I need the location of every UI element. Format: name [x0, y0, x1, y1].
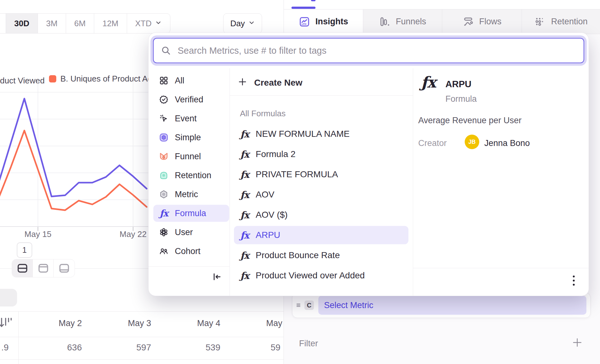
- formula-item-product-viewed-over-added[interactable]: ƒxProduct Viewed over Added: [234, 266, 408, 285]
- date-range-6m[interactable]: 6M: [66, 14, 94, 33]
- formula-item-private-formula[interactable]: ƒxPRIVATE FORMULA: [234, 165, 408, 184]
- formula-label: Product Viewed over Added: [256, 270, 365, 281]
- formula-icon: ƒx: [240, 129, 249, 140]
- formula-item-arpu[interactable]: ƒxARPU: [234, 226, 408, 244]
- tab-retention[interactable]: Retention: [522, 9, 600, 34]
- formula-item-formula-2[interactable]: ƒxFormula 2: [234, 145, 408, 163]
- date-range-30d[interactable]: 30D: [6, 14, 38, 33]
- grid-icon: [158, 76, 169, 85]
- detail-footer-divider: [413, 268, 589, 268]
- metric-search: [153, 38, 584, 63]
- layout-top-toggle[interactable]: [33, 259, 54, 277]
- chevron-down-icon: [155, 19, 162, 28]
- formula-label: NEW FORMULA NAME: [256, 129, 350, 139]
- date-range-label: XTD: [135, 19, 152, 28]
- report-type-tabs: InsightsFunnelsFlowsRetention: [284, 9, 600, 34]
- create-new-label: Create New: [254, 78, 303, 88]
- layout-split-toggle[interactable]: [12, 259, 33, 277]
- category-retention[interactable]: Retention: [153, 167, 229, 184]
- tab-insights[interactable]: Insights: [284, 9, 363, 34]
- table-header-cell: May 3: [88, 318, 151, 329]
- formula-icon: ƒx: [240, 169, 249, 180]
- category-label: Funnel: [175, 152, 201, 161]
- date-range-label: 3M: [46, 19, 58, 28]
- popup-column-divider: [413, 68, 413, 296]
- table-value-cell: 539: [157, 343, 220, 353]
- clause-letter-badge: C: [304, 300, 314, 310]
- tab-label: Flows: [479, 17, 502, 27]
- create-new-divider: [230, 95, 413, 96]
- category-metric[interactable]: Metric: [153, 186, 229, 203]
- category-funnel[interactable]: Funnel: [153, 148, 229, 165]
- x-tick-label: May 22: [119, 229, 146, 239]
- verified-icon: [158, 95, 169, 104]
- category-all[interactable]: All: [153, 72, 229, 89]
- tab-label: Insights: [315, 17, 348, 27]
- layout-toggle-group[interactable]: [12, 259, 75, 277]
- add-filter-button[interactable]: [572, 337, 583, 349]
- date-range-partial-segment[interactable]: [0, 14, 6, 33]
- date-range-segmented-control[interactable]: 30D3M6M12MXTD: [0, 13, 170, 33]
- category-label: User: [175, 228, 193, 237]
- category-label: Cohort: [175, 246, 200, 256]
- granularity-dropdown[interactable]: Day: [223, 13, 262, 33]
- date-range-xtd[interactable]: XTD: [127, 14, 170, 33]
- formula-item-new-formula-name[interactable]: ƒxNEW FORMULA NAME: [234, 125, 408, 143]
- date-range-label: 6M: [74, 19, 86, 28]
- detail-metric-name: ARPU: [445, 79, 471, 89]
- category-label: Retention: [175, 171, 211, 180]
- x-tick-label: May 15: [24, 229, 51, 239]
- layout-split-icon: [17, 263, 28, 274]
- metric-picker-popup: AllVerifiedEventSimpleFunnelRetentionMet…: [149, 33, 589, 296]
- sort-descending-icon[interactable]: [0, 316, 12, 331]
- insights-icon: [299, 16, 310, 27]
- formula-label: Product Bounce Rate: [256, 250, 340, 260]
- category-formula[interactable]: ƒxFormula: [153, 205, 229, 222]
- category-event[interactable]: Event: [153, 110, 229, 127]
- formula-label: ARPU: [256, 230, 280, 240]
- category-user[interactable]: User: [153, 224, 229, 241]
- date-range-label: 12M: [102, 19, 119, 28]
- create-new-button[interactable]: Create New: [238, 74, 303, 92]
- user-icon: [158, 228, 169, 237]
- table-header-border: [0, 337, 284, 337]
- retention-badge-icon: [158, 171, 169, 180]
- formula-icon: ƒx: [421, 73, 435, 91]
- category-simple[interactable]: Simple: [153, 129, 229, 146]
- search-icon: [161, 45, 171, 57]
- category-cohort[interactable]: Cohort: [153, 243, 229, 260]
- formula-section-label: All Formulas: [240, 109, 285, 118]
- funnels-icon: [379, 16, 390, 27]
- collapse-sidebar-icon[interactable]: [212, 272, 222, 283]
- simple-icon: [158, 133, 169, 142]
- select-metric-button[interactable]: Select Metric: [318, 296, 586, 315]
- category-verified[interactable]: Verified: [153, 91, 229, 108]
- metric-clause-card[interactable]: C Select Metric: [292, 293, 591, 318]
- retention-icon: [534, 16, 546, 27]
- category-label: Formula: [175, 209, 206, 218]
- creator-name: Jenna Bono: [484, 138, 530, 148]
- formula-icon: ƒx: [240, 149, 249, 160]
- event-icon: [158, 114, 169, 123]
- avatar: JB: [465, 135, 479, 149]
- chevron-down-icon: [248, 19, 255, 28]
- series-line-a: [0, 99, 147, 197]
- pagination-page-button[interactable]: 1: [17, 242, 32, 258]
- drag-handle-icon[interactable]: [296, 302, 301, 308]
- kebab-menu-icon[interactable]: [571, 274, 577, 288]
- category-label: Verified: [175, 95, 203, 105]
- layout-bottom-toggle[interactable]: [54, 259, 75, 277]
- date-range-12m[interactable]: 12M: [94, 14, 127, 33]
- formula-item-product-bounce-rate[interactable]: ƒxProduct Bounce Rate: [234, 246, 408, 264]
- metric-search-input[interactable]: [153, 38, 584, 63]
- table-header-cell: May 4: [157, 318, 220, 329]
- tab-funnels[interactable]: Funnels: [363, 9, 442, 34]
- formula-item-aov[interactable]: ƒxAOV: [234, 185, 408, 204]
- date-range-3m[interactable]: 3M: [38, 14, 66, 33]
- granularity-value: Day: [230, 19, 245, 28]
- category-label: Simple: [175, 133, 201, 143]
- tab-flows[interactable]: Flows: [442, 9, 522, 34]
- formula-item-aov-[interactable]: ƒxAOV ($): [234, 206, 408, 224]
- table-header-cell: May 2: [18, 318, 82, 329]
- category-label: Event: [175, 114, 197, 124]
